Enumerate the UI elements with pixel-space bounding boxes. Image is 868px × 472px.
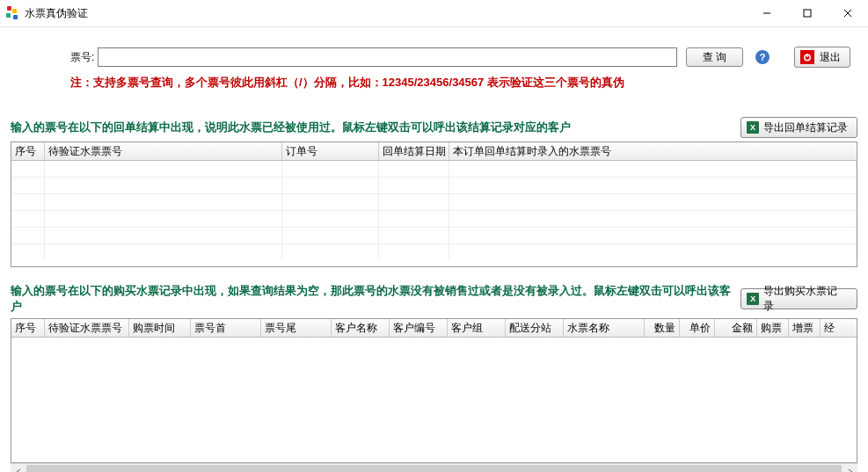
query-button[interactable]: 查 询 [686, 47, 743, 67]
table-row[interactable] [11, 194, 857, 211]
scroll-left-button[interactable] [11, 464, 26, 472]
horizontal-scrollbar[interactable] [11, 463, 857, 472]
settlement-table-header: 序号 待验证水票票号 订单号 回单结算日期 本订单回单结算时录入的水票票号 [11, 142, 857, 161]
col-ticket[interactable]: 待验证水票票号 [45, 142, 282, 160]
note-text: 注：支持多票号查询，多个票号彼此用斜杠（/）分隔，比如：12345/23456/… [70, 75, 850, 91]
col-buytime[interactable]: 购票时间 [129, 319, 191, 337]
table-row[interactable] [11, 178, 857, 194]
col-seq[interactable]: 序号 [11, 142, 45, 160]
export-purchase-label: 导出购买水票记录 [763, 284, 848, 314]
section1-desc: 输入的票号在以下的回单结算中出现，说明此水票已经被使用过。鼠标左键双击可以呼出该… [11, 120, 571, 135]
col-station[interactable]: 配送分站 [506, 319, 564, 337]
col-buy[interactable]: 购票 [757, 319, 789, 337]
exit-button[interactable]: 退出 [794, 47, 850, 68]
col-order[interactable]: 订单号 [282, 142, 379, 160]
exit-button-label: 退出 [820, 50, 841, 65]
col-custname[interactable]: 客户名称 [332, 319, 390, 337]
ticket-input[interactable] [98, 47, 676, 67]
window-title: 水票真伪验证 [25, 6, 88, 21]
minimize-button[interactable] [747, 0, 787, 26]
svg-rect-1 [804, 10, 811, 17]
col-custgroup[interactable]: 客户组 [448, 319, 506, 337]
col-qty[interactable]: 数量 [645, 319, 680, 337]
col-tickethead[interactable]: 票号首 [191, 319, 261, 337]
maximize-button[interactable] [787, 0, 828, 26]
scroll-thumb[interactable] [26, 465, 842, 472]
titlebar: 水票真伪验证 [0, 0, 868, 27]
settlement-table: 序号 待验证水票票号 订单号 回单结算日期 本订单回单结算时录入的水票票号 [11, 142, 857, 267]
table-row[interactable] [11, 228, 857, 244]
purchase-table: 序号 待验证水票票号 购票时间 票号首 票号尾 客户名称 客户编号 客户组 配送… [11, 318, 857, 463]
col-price[interactable]: 单价 [680, 319, 715, 337]
purchase-table-body[interactable] [11, 338, 857, 462]
scroll-right-button[interactable] [842, 464, 857, 472]
close-button[interactable] [828, 0, 868, 26]
col-entered[interactable]: 本订单回单结算时录入的水票票号 [449, 142, 857, 160]
col-ticket[interactable]: 待验证水票票号 [45, 319, 129, 337]
export-settlement-button[interactable]: X 导出回单结算记录 [740, 117, 857, 138]
col-custno[interactable]: 客户编号 [390, 319, 448, 337]
excel-icon: X [747, 121, 759, 134]
col-tickettail[interactable]: 票号尾 [261, 319, 332, 337]
help-icon[interactable]: ? [755, 50, 770, 64]
query-row: 票号: 查 询 ? 退出 [70, 47, 850, 68]
purchase-table-header: 序号 待验证水票票号 购票时间 票号首 票号尾 客户名称 客户编号 客户组 配送… [11, 319, 857, 338]
export-settlement-label: 导出回单结算记录 [763, 120, 848, 135]
ticket-label: 票号: [70, 50, 94, 65]
export-purchase-button[interactable]: X 导出购买水票记录 [740, 288, 857, 309]
window-controls [747, 0, 868, 26]
col-add[interactable]: 增票 [789, 319, 821, 337]
settlement-table-body[interactable] [11, 161, 857, 266]
excel-icon: X [747, 293, 759, 305]
col-settledate[interactable]: 回单结算日期 [379, 142, 449, 160]
col-seq[interactable]: 序号 [11, 319, 45, 337]
col-amount[interactable]: 金额 [715, 319, 757, 337]
section2-header: 输入的票号在以下的购买水票记录中出现，如果查询结果为空，那此票号的水票没有被销售… [11, 283, 857, 315]
power-icon [800, 50, 814, 64]
col-ticketname[interactable]: 水票名称 [564, 319, 645, 337]
section1-header: 输入的票号在以下的回单结算中出现，说明此水票已经被使用过。鼠标左键双击可以呼出该… [11, 117, 857, 138]
col-via[interactable]: 经 [821, 319, 857, 337]
table-row[interactable] [11, 244, 857, 260]
section2-desc: 输入的票号在以下的购买水票记录中出现，如果查询结果为空，那此票号的水票没有被销售… [11, 283, 740, 315]
table-row[interactable] [11, 211, 857, 228]
query-button-label: 查 询 [703, 50, 726, 65]
table-row[interactable] [11, 161, 857, 178]
app-icon [5, 6, 19, 20]
